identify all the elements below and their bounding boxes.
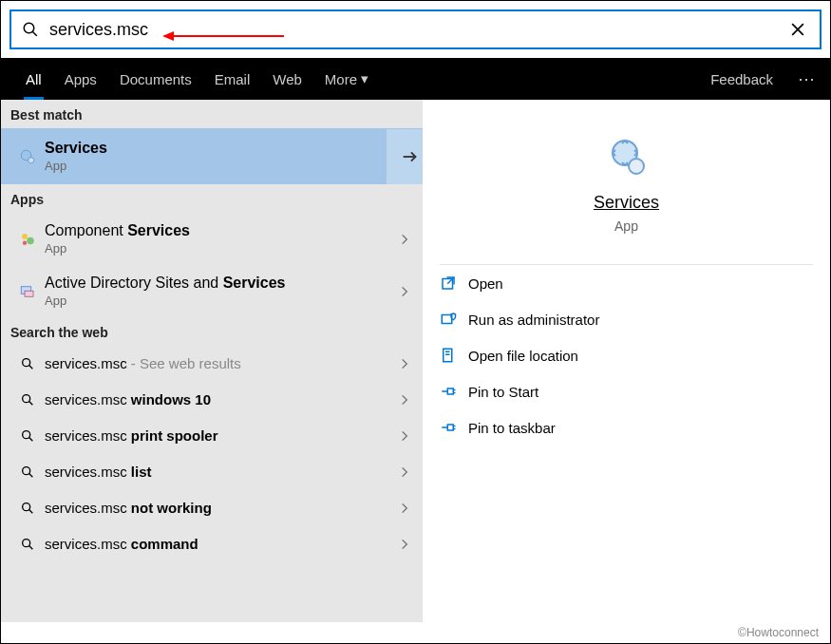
- svg-line-25: [28, 545, 32, 549]
- web-result[interactable]: services.msc windows 10: [1, 382, 423, 418]
- svg-rect-39: [447, 425, 453, 430]
- search-input[interactable]: [49, 20, 776, 40]
- chevron-right-icon: [398, 465, 411, 479]
- result-title: Active Directory Sites and Services: [45, 275, 398, 292]
- svg-point-9: [22, 234, 28, 239]
- detail-subtitle: App: [423, 218, 830, 234]
- search-icon: [11, 21, 49, 38]
- tab-email[interactable]: Email: [203, 58, 262, 100]
- result-ad-sites-services[interactable]: Active Directory Sites and Services App: [1, 265, 423, 317]
- result-title: Services: [45, 140, 387, 157]
- svg-line-19: [28, 437, 32, 441]
- search-icon: [14, 537, 41, 552]
- result-title: Component Services: [45, 222, 398, 239]
- chevron-right-icon: [398, 233, 411, 246]
- svg-line-15: [28, 365, 32, 369]
- result-subtitle: App: [45, 159, 387, 173]
- chevron-right-icon: [398, 285, 411, 298]
- web-result[interactable]: services.msc print spooler: [1, 418, 423, 454]
- results-list: Best match Services App Apps Compone: [1, 100, 423, 622]
- svg-rect-35: [447, 388, 453, 394]
- svg-point-11: [23, 240, 28, 245]
- open-icon: [440, 275, 468, 292]
- tab-web[interactable]: Web: [261, 58, 313, 100]
- svg-line-1: [32, 31, 37, 36]
- tab-apps[interactable]: Apps: [53, 58, 108, 100]
- section-apps: Apps: [1, 184, 423, 213]
- svg-point-27: [629, 159, 644, 174]
- result-subtitle: App: [45, 241, 398, 256]
- svg-point-7: [28, 157, 34, 162]
- section-best-match: Best match: [1, 100, 423, 128]
- svg-rect-13: [25, 291, 33, 296]
- svg-line-17: [28, 401, 32, 405]
- svg-line-23: [28, 509, 32, 513]
- detail-pane: Services App Open Run as administrator O…: [423, 100, 830, 622]
- search-icon: [14, 464, 41, 480]
- action-run-admin[interactable]: Run as administrator: [423, 301, 830, 337]
- section-web: Search the web: [1, 317, 423, 346]
- search-icon: [14, 428, 41, 444]
- open-arrow-button[interactable]: [387, 129, 423, 184]
- chevron-right-icon: [398, 502, 411, 515]
- web-result[interactable]: services.msc list: [1, 454, 423, 490]
- search-icon: [14, 392, 41, 407]
- search-icon: [14, 356, 41, 371]
- services-large-icon: [423, 134, 830, 180]
- web-result[interactable]: services.msc - See web results: [1, 346, 423, 382]
- best-match-result[interactable]: Services App: [1, 128, 423, 184]
- feedback-link[interactable]: Feedback: [699, 58, 784, 100]
- tab-documents[interactable]: Documents: [108, 58, 203, 100]
- search-bar: [9, 9, 822, 49]
- svg-rect-30: [442, 315, 452, 324]
- app-icon: [14, 231, 41, 248]
- action-open-location[interactable]: Open file location: [423, 337, 830, 373]
- pin-icon: [440, 383, 468, 400]
- web-result[interactable]: services.msc command: [1, 526, 423, 562]
- chevron-down-icon: ▾: [361, 70, 368, 87]
- action-pin-taskbar[interactable]: Pin to taskbar: [423, 409, 830, 445]
- detail-title[interactable]: Services: [423, 193, 830, 213]
- action-open[interactable]: Open: [423, 265, 830, 301]
- filter-tabs: All Apps Documents Email Web More▾ Feedb…: [1, 58, 830, 100]
- chevron-right-icon: [398, 538, 411, 551]
- web-result[interactable]: services.msc not working: [1, 490, 423, 526]
- clear-button[interactable]: [776, 20, 820, 39]
- folder-icon: [440, 347, 468, 364]
- services-app-icon: [14, 148, 41, 165]
- tab-more[interactable]: More▾: [313, 58, 380, 100]
- chevron-right-icon: [398, 393, 411, 407]
- result-subtitle: App: [45, 294, 398, 308]
- action-pin-start[interactable]: Pin to Start: [423, 373, 830, 409]
- more-options-button[interactable]: ⋯: [798, 68, 817, 89]
- pin-icon: [440, 419, 468, 436]
- chevron-right-icon: [398, 429, 411, 443]
- svg-line-21: [28, 473, 32, 477]
- svg-point-10: [27, 237, 34, 244]
- search-icon: [14, 501, 41, 516]
- result-component-services[interactable]: Component Services App: [1, 213, 423, 265]
- chevron-right-icon: [398, 357, 411, 370]
- tab-all[interactable]: All: [14, 58, 53, 100]
- watermark: ©Howtoconnect: [738, 626, 819, 639]
- shield-icon: [440, 311, 468, 328]
- svg-point-0: [24, 23, 34, 33]
- app-icon: [14, 283, 41, 300]
